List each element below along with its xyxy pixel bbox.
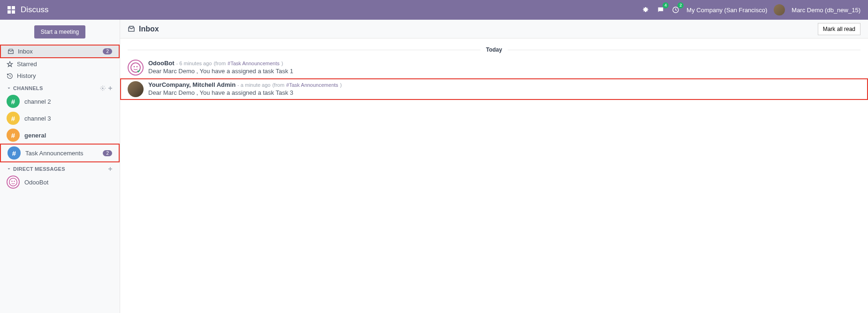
message-channel-link[interactable]: Task Announcements bbox=[286, 82, 338, 88]
odoobot-avatar bbox=[7, 176, 20, 189]
chevron-down-icon bbox=[7, 167, 11, 171]
plus-icon[interactable] bbox=[107, 166, 113, 172]
dm-label: OdooBot bbox=[24, 179, 48, 186]
svg-point-4 bbox=[14, 181, 15, 182]
svg-point-1 bbox=[102, 88, 104, 89]
activity-badge: 2 bbox=[678, 2, 684, 8]
svg-point-6 bbox=[134, 66, 135, 68]
dm-item-odoobot[interactable]: OdooBot bbox=[0, 174, 120, 191]
bug-icon[interactable] bbox=[641, 6, 650, 14]
chat-icon[interactable]: 4 bbox=[656, 6, 665, 14]
channel-badge: 2 bbox=[103, 150, 112, 156]
message-item[interactable]: YourCompany, Mitchell Admin - a minute a… bbox=[120, 78, 868, 100]
message-author: OdooBot bbox=[148, 60, 175, 67]
page-title: Inbox bbox=[139, 25, 159, 33]
svg-point-2 bbox=[9, 178, 17, 186]
dm-section-header[interactable]: DIRECT MESSAGES bbox=[0, 162, 120, 174]
channel-label: channel 2 bbox=[24, 98, 51, 105]
inbox-icon bbox=[8, 48, 14, 55]
message-body: Dear Marc Demo , You have a assigned a t… bbox=[148, 89, 860, 96]
hashtag-icon: # bbox=[7, 95, 20, 108]
svg-point-3 bbox=[11, 181, 13, 182]
apps-icon[interactable] bbox=[8, 6, 15, 14]
company-selector[interactable]: My Company (San Francisco) bbox=[686, 7, 767, 14]
channel-item-task-announcements[interactable]: # Task Announcements 2 bbox=[1, 145, 119, 161]
navbar: Discuss 4 2 My Company (San Francisco) M… bbox=[0, 0, 868, 20]
message-from-label: (from bbox=[213, 61, 226, 66]
message-item[interactable]: OdooBot - 6 minutes ago (from Task Annou… bbox=[120, 57, 868, 78]
star-icon bbox=[7, 61, 13, 68]
channel-item[interactable]: # channel 2 bbox=[0, 93, 120, 110]
plus-icon[interactable] bbox=[107, 85, 113, 91]
start-meeting-button[interactable]: Start a meeting bbox=[34, 25, 85, 38]
chevron-down-icon bbox=[7, 86, 11, 91]
content-area: Inbox Mark all read Today OdooBot - 6 mi… bbox=[120, 20, 868, 313]
channel-label: channel 3 bbox=[24, 115, 51, 122]
svg-point-7 bbox=[137, 66, 138, 68]
user-avatar bbox=[128, 81, 144, 97]
hashtag-icon: # bbox=[7, 112, 20, 125]
sidebar-item-inbox[interactable]: Inbox 2 bbox=[1, 46, 119, 57]
inbox-badge: 2 bbox=[103, 48, 112, 54]
sidebar-item-starred[interactable]: Starred bbox=[0, 58, 120, 70]
date-separator: Today bbox=[120, 46, 868, 53]
message-body: Dear Marc Demo , You have a assigned a t… bbox=[148, 68, 860, 75]
message-author: YourCompany, Mitchell Admin bbox=[148, 81, 236, 88]
message-time: - a minute ago bbox=[237, 82, 270, 88]
channel-item[interactable]: # general bbox=[0, 127, 120, 144]
activity-icon[interactable]: 2 bbox=[671, 6, 680, 14]
user-avatar[interactable] bbox=[774, 4, 785, 15]
message-from-label: (from bbox=[272, 82, 284, 88]
sidebar-item-label: History bbox=[17, 72, 36, 79]
channel-label: Task Announcements bbox=[25, 150, 84, 157]
content-header: Inbox Mark all read bbox=[120, 20, 868, 38]
mark-all-read-button[interactable]: Mark all read bbox=[818, 23, 860, 35]
history-icon bbox=[7, 73, 13, 79]
odoobot-avatar bbox=[128, 60, 144, 76]
sidebar-item-label: Inbox bbox=[18, 48, 33, 55]
message-channel-link[interactable]: Task Announcements bbox=[228, 61, 280, 66]
message-time: - 6 minutes ago bbox=[176, 61, 212, 66]
sidebar: Start a meeting Inbox 2 Starred History bbox=[0, 20, 120, 313]
sidebar-item-label: Starred bbox=[17, 61, 37, 68]
sidebar-item-history[interactable]: History bbox=[0, 70, 120, 82]
channel-item[interactable]: # channel 3 bbox=[0, 110, 120, 127]
user-menu[interactable]: Marc Demo (db_new_15) bbox=[792, 7, 860, 14]
app-title: Discuss bbox=[21, 5, 49, 15]
gear-icon[interactable] bbox=[100, 85, 106, 91]
channels-section-header[interactable]: CHANNELS bbox=[0, 82, 120, 93]
inbox-icon bbox=[128, 25, 135, 33]
hashtag-icon: # bbox=[7, 129, 20, 142]
chat-badge: 4 bbox=[662, 2, 669, 8]
channel-label: general bbox=[24, 132, 46, 139]
hashtag-icon: # bbox=[8, 146, 21, 160]
